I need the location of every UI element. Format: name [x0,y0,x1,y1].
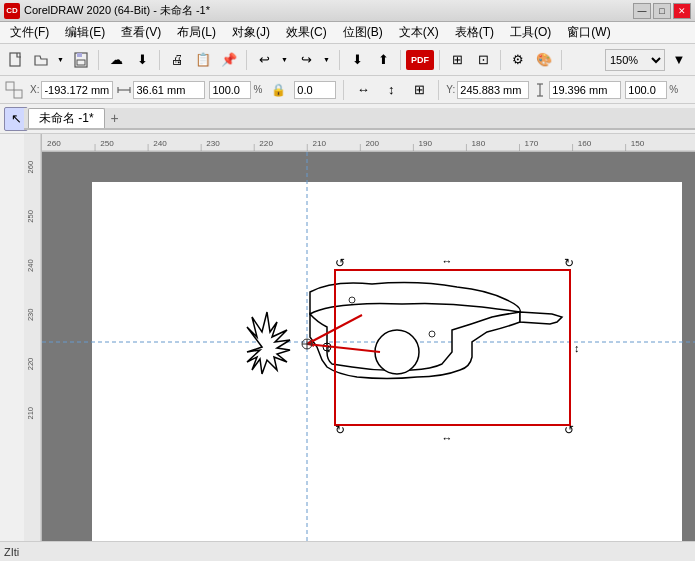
svg-text:210: 210 [312,139,326,148]
window-controls[interactable]: — □ ✕ [633,3,691,19]
close-button[interactable]: ✕ [673,3,691,19]
import-button[interactable]: ⬇ [345,48,369,72]
window-title: CorelDRAW 2020 (64-Bit) - 未命名 -1* [24,3,633,18]
svg-text:220: 220 [259,139,273,148]
svg-rect-0 [10,53,20,66]
svg-text:230: 230 [26,308,35,321]
wpct-input[interactable] [209,81,251,99]
menu-layout[interactable]: 布局(L) [169,22,224,43]
flip-v-button[interactable]: ↕ [379,78,403,102]
h-input[interactable] [549,81,621,99]
svg-text:↻: ↻ [564,256,574,270]
options-button[interactable]: ⚙ [506,48,530,72]
paste-button[interactable]: 📌 [217,48,241,72]
menu-view[interactable]: 查看(V) [113,22,169,43]
vertical-ruler: 260 250 240 230 220 210 [24,134,42,541]
sep-prop2 [438,80,439,100]
menu-bar: 文件(F) 编辑(E) 查看(V) 布局(L) 对象(J) 效果(C) 位图(B… [0,22,695,44]
sep-prop1 [343,80,344,100]
svg-text:↔: ↔ [442,255,453,267]
menu-object[interactable]: 对象(J) [224,22,278,43]
pdf-button[interactable]: PDF [406,50,434,70]
menu-text[interactable]: 文本(X) [391,22,447,43]
title-bar: CD CorelDRAW 2020 (64-Bit) - 未命名 -1* — □… [0,0,695,22]
zoom-dropdown[interactable]: ▼ [667,48,691,72]
document-tab[interactable]: 未命名 -1* [28,108,105,128]
main-svg: ↺ ↻ ↻ ↺ ↔ ↕ ↔ ↕ [42,152,695,541]
sep2 [159,50,160,70]
svg-text:↻: ↻ [335,423,345,437]
pct2-field: % [625,81,678,99]
svg-text:240: 240 [153,139,167,148]
minimize-button[interactable]: — [633,3,651,19]
horizontal-ruler: 260 250 240 230 220 210 200 190 180 170 … [42,134,695,152]
snap-button[interactable]: ⊞ [445,48,469,72]
open-dropdown[interactable]: ▼ [54,48,68,72]
svg-text:260: 260 [47,139,61,148]
flip-h-button[interactable]: ↔ [351,78,375,102]
grid-button[interactable]: ⊡ [471,48,495,72]
lock-ratio-button[interactable]: 🔒 [266,78,290,102]
file-buttons: ▼ [4,48,93,72]
coord-icon [4,80,24,100]
drawing-surface[interactable]: ↺ ↻ ↻ ↺ ↔ ↕ ↔ ↕ [42,152,695,541]
save-button[interactable] [69,48,93,72]
svg-text:170: 170 [525,139,539,148]
w-field [117,81,205,99]
menu-file[interactable]: 文件(F) [2,22,57,43]
zoom-select[interactable]: 150% 100% 200% 75% [605,49,665,71]
svg-text:↕: ↕ [326,342,332,354]
svg-text:150: 150 [631,139,645,148]
tab-bar: 未命名 -1* + [24,108,695,130]
y-field: Y: [446,81,529,99]
add-tab-button[interactable]: + [105,108,125,128]
svg-text:↔: ↔ [442,432,453,444]
print-button[interactable]: 🖨 [165,48,189,72]
height-icon [533,83,547,97]
svg-rect-4 [6,82,14,90]
menu-edit[interactable]: 编辑(E) [57,22,113,43]
status-bar: ZIti [0,541,695,561]
maximize-button[interactable]: □ [653,3,671,19]
svg-text:250: 250 [26,209,35,222]
x-field: X: [30,81,113,99]
hpct-input[interactable] [625,81,667,99]
app-icon: CD [4,3,20,19]
menu-tools[interactable]: 工具(O) [502,22,559,43]
circle-element [375,330,419,374]
angle-input[interactable] [294,81,336,99]
open-button[interactable] [29,48,53,72]
sep4 [339,50,340,70]
palette-button[interactable]: 🎨 [532,48,556,72]
svg-text:180: 180 [472,139,486,148]
sep7 [500,50,501,70]
svg-text:220: 220 [26,357,35,370]
undo-button[interactable]: ↩ [252,48,276,72]
new-button[interactable] [4,48,28,72]
sep8 [561,50,562,70]
copy-button[interactable]: 📋 [191,48,215,72]
svg-text:↕: ↕ [574,342,580,354]
w-input[interactable] [133,81,205,99]
status-text: ZIti [4,546,19,558]
sep3 [246,50,247,70]
menu-window[interactable]: 窗口(W) [559,22,618,43]
menu-table[interactable]: 表格(T) [447,22,502,43]
svg-text:↺: ↺ [335,256,345,270]
menu-effect[interactable]: 效果(C) [278,22,335,43]
transform-more[interactable]: ⊞ [407,78,431,102]
menu-bitmap[interactable]: 位图(B) [335,22,391,43]
redo-button[interactable]: ↪ [294,48,318,72]
toolbar1: ▼ ☁ ⬇ 🖨 📋 📌 ↩ ▼ ↪ ▼ ⬇ ⬆ PDF ⊞ ⊡ ⚙ 🎨 150%… [0,44,695,76]
svg-rect-5 [14,90,22,98]
y-input[interactable] [457,81,529,99]
sep5 [400,50,401,70]
cloud-download[interactable]: ⬇ [130,48,154,72]
cloud-upload[interactable]: ☁ [104,48,128,72]
x-input[interactable] [41,81,113,99]
export-button[interactable]: ⬆ [371,48,395,72]
sep6 [439,50,440,70]
svg-text:190: 190 [418,139,432,148]
redo-dropdown[interactable]: ▼ [320,48,334,72]
undo-dropdown[interactable]: ▼ [278,48,292,72]
